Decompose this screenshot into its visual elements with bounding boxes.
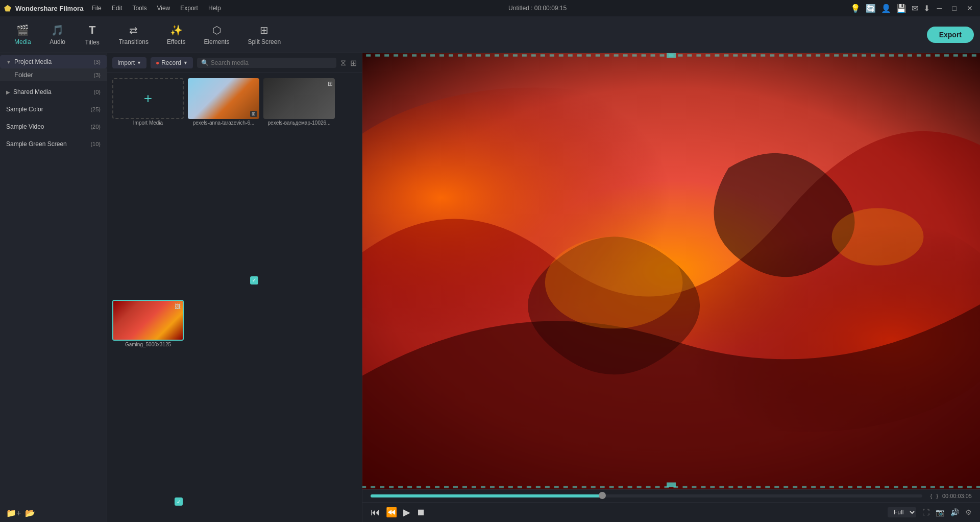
account-icon[interactable]: 👤 — [881, 4, 891, 13]
add-folder-icon[interactable]: 📁+ — [6, 508, 21, 518]
project-media-arrow: ▼ — [6, 59, 11, 65]
menu-edit[interactable]: Edit — [108, 4, 127, 13]
toolbar: 🎬 Media 🎵 Audio T Titles ⇄ Transitions ✨… — [0, 16, 980, 53]
add-media-plus-icon: + — [144, 90, 152, 107]
save-icon[interactable]: 💾 — [896, 4, 906, 13]
effects-tab[interactable]: ✨ Effects — [159, 21, 193, 49]
menu-export[interactable]: Export — [176, 4, 202, 13]
import-label: Import — [117, 59, 135, 66]
sample-green-section: Sample Green Screen (10) — [0, 135, 107, 153]
record-button[interactable]: ● Record ▼ — [151, 57, 193, 68]
elements-label: Elements — [204, 38, 229, 45]
import-placeholder-thumb[interactable]: + Import Media — [112, 78, 184, 296]
preview-seekbar[interactable] — [371, 494, 922, 497]
media-item-2-label: Gaming_5000x3125 — [112, 342, 184, 347]
menu-file[interactable]: File — [87, 4, 105, 13]
sample-color-section: Sample Color (25) — [0, 101, 107, 118]
titles-icon: T — [89, 23, 95, 37]
sample-color-item[interactable]: Sample Color (25) — [0, 103, 107, 116]
tips-icon[interactable]: 💡 — [850, 4, 861, 13]
sample-color-label: Sample Color — [6, 106, 43, 113]
split-screen-tab[interactable]: ⊞ Split Screen — [239, 21, 289, 49]
elements-icon: ⬡ — [212, 24, 221, 36]
project-media-item[interactable]: ▼ Project Media (3) — [0, 55, 107, 68]
audio-label: Audio — [50, 38, 65, 45]
sample-green-item[interactable]: Sample Green Screen (10) — [0, 137, 107, 151]
step-back-button[interactable]: ⏪ — [386, 507, 397, 518]
export-button[interactable]: Export — [927, 27, 974, 43]
app-name: Wondershare Filmora — [15, 5, 83, 12]
media-item-2[interactable]: 🖼 ✓ Gaming_5000x3125 — [112, 300, 184, 517]
left-panel: ▼ Project Media (3) Folder (3) ▶ Shared … — [0, 53, 107, 522]
import-media-label: Import Media — [112, 120, 184, 126]
shared-media-arrow: ▶ — [6, 89, 10, 95]
preview-image — [362, 53, 980, 489]
folder-count: (3) — [94, 72, 101, 78]
svg-point-4 — [832, 208, 924, 265]
record-dot-icon: ● — [156, 59, 159, 66]
media-tab[interactable]: 🎬 Media — [6, 21, 39, 49]
maximize-button[interactable]: □ — [949, 3, 960, 13]
elements-tab[interactable]: ⬡ Elements — [195, 21, 237, 49]
quality-select[interactable]: Full — [888, 507, 916, 517]
video-thumb-icon: ⊞ — [328, 80, 333, 87]
menu-view[interactable]: View — [153, 4, 174, 13]
grid-view-icon[interactable]: ⊞ — [350, 58, 357, 68]
update-icon[interactable]: 🔄 — [866, 4, 876, 13]
fullscreen-icon[interactable]: ⛶ — [922, 508, 929, 516]
shared-media-count: (0) — [94, 89, 101, 95]
sample-green-count: (10) — [90, 141, 101, 147]
shared-media-label: Shared Media — [13, 88, 52, 96]
svg-rect-12 — [667, 483, 676, 487]
out-point-icon: } — [936, 493, 938, 499]
close-button[interactable]: ✕ — [964, 3, 976, 13]
sample-video-section: Sample Video (20) — [0, 118, 107, 135]
download-icon[interactable]: ⬇ — [923, 4, 930, 13]
in-point-icon: { — [930, 493, 933, 499]
app-logo-icon: ⬟ — [4, 4, 11, 13]
project-media-section: ▼ Project Media (3) Folder (3) — [0, 53, 107, 83]
audio-tab[interactable]: 🎵 Audio — [41, 21, 74, 49]
transitions-tab[interactable]: ⇄ Transitions — [111, 21, 157, 49]
media-toolbar: Import ▼ ● Record ▼ 🔍 ⧖ ⊞ — [107, 53, 362, 73]
project-title: Untitled : 00:00:09:15 — [508, 5, 567, 12]
preview-seekbar-row: { } 00:00:03:05 — [362, 489, 980, 502]
rewind-button[interactable]: ⏮ — [371, 507, 380, 518]
seekbar-thumb[interactable] — [599, 492, 606, 499]
settings-preview-icon[interactable]: ⚙ — [965, 508, 972, 516]
folder-item[interactable]: Folder (3) — [0, 68, 107, 81]
titlebar-left: ⬟ Wondershare Filmora File Edit Tools Vi… — [4, 4, 225, 13]
menu-bar: File Edit Tools View Export Help — [87, 4, 225, 13]
titles-label: Titles — [85, 39, 100, 46]
play-button[interactable]: ▶ — [403, 507, 410, 518]
snapshot-icon[interactable]: 📷 — [936, 508, 944, 516]
effects-icon: ✨ — [170, 24, 183, 36]
media-item-1-label: pexels-вальдемар-10026... — [263, 120, 335, 126]
project-media-count: (3) — [94, 59, 101, 65]
panel-footer: 📁+ 📂 — [0, 504, 107, 522]
search-input[interactable] — [211, 59, 332, 66]
folder-manage-icon[interactable]: 📂 — [25, 508, 35, 518]
sample-video-item[interactable]: Sample Video (20) — [0, 120, 107, 133]
filter-icon[interactable]: ⧖ — [340, 58, 346, 67]
import-button[interactable]: Import ▼ — [112, 57, 146, 68]
titles-tab[interactable]: T Titles — [76, 20, 109, 49]
email-icon[interactable]: ✉ — [912, 4, 918, 13]
volume-icon[interactable]: 🔊 — [950, 508, 959, 516]
shared-media-item[interactable]: ▶ Shared Media (0) — [0, 85, 107, 99]
svg-rect-7 — [667, 53, 676, 58]
minimize-button[interactable]: ─ — [934, 3, 945, 13]
search-box: 🔍 — [197, 58, 336, 68]
media-item-1[interactable]: ⊞ pexels-вальдемар-10026... — [263, 78, 335, 296]
sample-green-label: Sample Green Screen — [6, 140, 67, 148]
record-dropdown-icon: ▼ — [183, 60, 188, 65]
menu-tools[interactable]: Tools — [128, 4, 151, 13]
media-grid: + Import Media ⊞ ✓ pexels-anna-tarazevic… — [107, 73, 362, 522]
header-icons: 💡 🔄 👤 💾 ✉ ⬇ — [850, 4, 930, 13]
titlebar: ⬟ Wondershare Filmora File Edit Tools Vi… — [0, 0, 980, 16]
effects-label: Effects — [167, 38, 185, 45]
menu-help[interactable]: Help — [204, 4, 225, 13]
stop-button[interactable]: ⏹ — [416, 507, 426, 518]
split-screen-icon: ⊞ — [260, 24, 268, 36]
media-item-0[interactable]: ⊞ ✓ pexels-anna-tarazevich-6... — [188, 78, 259, 296]
